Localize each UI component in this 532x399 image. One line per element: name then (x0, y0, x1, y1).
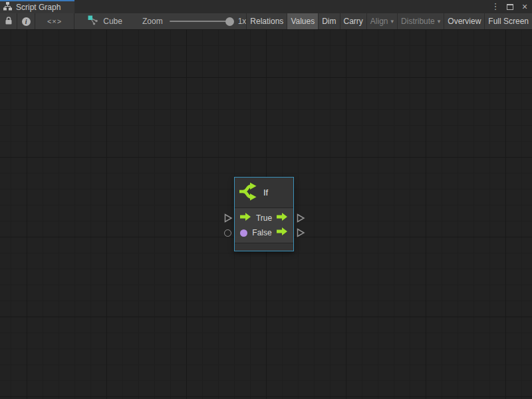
tab-title: Script Graph (16, 3, 61, 12)
dropdown-arrow-icon: ▾ (391, 18, 394, 25)
flow-output-port-icon-true[interactable] (277, 212, 288, 224)
if-node-header[interactable]: If (235, 178, 293, 207)
port-label-true: True (256, 213, 272, 223)
info-button[interactable]: i (17, 13, 35, 29)
graph-name-label: Cube (103, 17, 122, 26)
align-button[interactable]: Align ▾ (366, 13, 397, 29)
angle-brackets-button[interactable]: <×> (35, 13, 74, 29)
zoom-slider[interactable] (170, 21, 233, 22)
titlebar: Script Graph ⋮ × (0, 0, 532, 13)
flow-input-port-icon[interactable] (240, 212, 251, 224)
flow-output-port-icon-false[interactable] (277, 227, 288, 239)
values-button[interactable]: Values (287, 13, 318, 29)
script-graph-asset-icon (88, 15, 98, 27)
overview-button[interactable]: Overview (444, 13, 484, 29)
relations-label: Relations (250, 17, 283, 26)
info-icon: i (22, 17, 31, 26)
full-screen-label: Full Screen (488, 17, 529, 26)
distribute-button[interactable]: Distribute ▾ (397, 13, 444, 29)
graph-window-icon (3, 1, 12, 13)
align-label: Align (370, 17, 388, 26)
node-footer (235, 243, 293, 251)
distribute-label: Distribute (401, 17, 435, 26)
port-row-false: False (235, 225, 293, 240)
values-label: Values (291, 17, 315, 26)
branch-icon (239, 182, 257, 204)
zoom-label: Zoom (142, 17, 163, 26)
tab-script-graph[interactable]: Script Graph (0, 0, 74, 13)
dim-button[interactable]: Dim (318, 13, 339, 29)
node-ports: True False (235, 207, 293, 241)
zoom-slider-handle[interactable] (225, 17, 234, 26)
if-node[interactable]: If True False (234, 177, 294, 251)
false-output-connector[interactable] (297, 228, 305, 240)
lock-icon (5, 16, 13, 27)
graph-toolbar: i <×> Cube Zoom 1x Relations Values (0, 13, 532, 30)
maximize-icon[interactable] (504, 1, 516, 13)
overview-label: Overview (448, 17, 481, 26)
carry-label: Carry (344, 17, 363, 26)
value-input-port-icon[interactable] (240, 229, 247, 237)
zoom-value: 1x (238, 17, 247, 26)
graph-canvas[interactable]: If True False (0, 30, 532, 399)
toolbar-buttons: Relations Values Dim Carry Align ▾ Distr… (246, 13, 532, 29)
window-menu-icon[interactable]: ⋮ (489, 1, 501, 13)
port-label-false: False (252, 228, 271, 237)
relations-button[interactable]: Relations (246, 13, 287, 29)
flow-input-connector[interactable] (224, 213, 233, 225)
close-icon[interactable]: × (519, 1, 531, 13)
dropdown-arrow-icon: ▾ (438, 18, 441, 25)
angle-brackets-icon: <×> (47, 17, 62, 25)
node-title: If (263, 188, 268, 198)
true-output-connector[interactable] (297, 213, 305, 225)
breadcrumb-graph[interactable]: Cube (88, 13, 122, 29)
zoom-control: Zoom 1x (142, 13, 246, 29)
lock-button[interactable] (0, 13, 17, 29)
dim-label: Dim (322, 17, 336, 26)
full-screen-button[interactable]: Full Screen (484, 13, 532, 29)
carry-button[interactable]: Carry (340, 13, 366, 29)
value-input-connector[interactable] (224, 229, 231, 237)
port-row-true: True (235, 211, 293, 225)
